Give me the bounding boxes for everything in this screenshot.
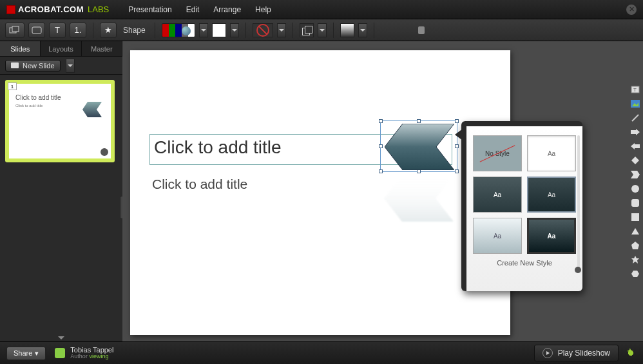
arrange-button[interactable]: [300, 23, 314, 37]
no-stroke-button[interactable]: [253, 23, 273, 37]
effects-icon[interactable]: [625, 347, 637, 359]
menu-edit[interactable]: Edit: [186, 5, 200, 14]
svg-text:T: T: [633, 87, 637, 93]
resize-handle[interactable]: [455, 119, 459, 123]
svg-rect-2: [32, 27, 41, 34]
left-panel: Slides Layouts Master New Slide 1 Click …: [0, 41, 122, 341]
style-option-none[interactable]: No Style: [473, 135, 522, 171]
chevron-icon[interactable]: [629, 169, 641, 180]
star-tool[interactable]: ★: [100, 23, 117, 38]
shape-label: Shape: [123, 26, 146, 35]
textbox-icon[interactable]: T: [629, 84, 641, 95]
gradient-swatch[interactable]: [340, 23, 354, 37]
popup-scroll-down-icon[interactable]: [575, 267, 581, 273]
thumb-preview: Click to add title Click to add title: [9, 84, 111, 158]
svg-marker-11: [631, 129, 640, 135]
triangle-icon[interactable]: [629, 225, 641, 237]
share-button[interactable]: Share ▾: [6, 347, 46, 360]
style-option-dark-border[interactable]: Aa: [527, 177, 576, 213]
menu-arrange[interactable]: Arrange: [213, 5, 241, 14]
resize-handle[interactable]: [379, 119, 383, 123]
play-icon: [542, 348, 553, 358]
thumb-options-icon[interactable]: [101, 148, 108, 156]
new-slide-dropdown[interactable]: [66, 59, 75, 73]
resize-handle[interactable]: [379, 144, 383, 148]
svg-marker-18: [631, 228, 639, 235]
arrange-dropdown[interactable]: [318, 23, 327, 37]
tab-slides[interactable]: Slides: [0, 41, 41, 56]
user-text: Tobias Tappel Author viewing: [70, 346, 113, 360]
resize-handle[interactable]: [379, 169, 383, 173]
popup-scrollbar[interactable]: [577, 135, 580, 271]
svg-line-10: [632, 115, 638, 121]
swatch-dropdown[interactable]: [230, 23, 239, 37]
svg-point-15: [631, 185, 639, 193]
image-icon[interactable]: [629, 98, 641, 110]
chevron-shape[interactable]: [385, 124, 454, 170]
menu-items: Presentation Edit Arrange Help: [128, 5, 271, 14]
selection-box[interactable]: [380, 120, 457, 172]
text-tool[interactable]: T: [49, 23, 66, 38]
svg-marker-13: [631, 157, 639, 164]
pentagon-icon[interactable]: [629, 240, 641, 251]
resize-handle[interactable]: [417, 119, 421, 123]
slide-canvas[interactable]: Click to add title Click to add title: [130, 50, 510, 335]
opacity-slider[interactable]: [386, 29, 425, 32]
duplicate-icon: [9, 26, 21, 35]
list-tool[interactable]: 1.: [70, 23, 86, 38]
right-tool-strip: T: [628, 84, 643, 280]
close-button[interactable]: ✕: [626, 5, 637, 15]
svg-marker-3: [82, 102, 102, 117]
fill-dropdown[interactable]: [199, 23, 208, 37]
slide-thumbnail[interactable]: 1 Click to add title Click to add title: [5, 80, 115, 162]
scroll-down-icon[interactable]: [58, 336, 64, 340]
white-swatch[interactable]: [212, 23, 226, 37]
hexagon-icon[interactable]: [629, 268, 641, 280]
subtitle-placeholder[interactable]: Click to add title: [152, 177, 247, 192]
slide-tool[interactable]: [28, 23, 45, 38]
tab-master[interactable]: Master: [82, 41, 122, 56]
star-icon[interactable]: [629, 254, 641, 265]
svg-marker-21: [631, 271, 639, 277]
resize-handle[interactable]: [455, 144, 459, 148]
user-status: Author viewing: [70, 354, 113, 360]
new-slide-row: New Slide: [0, 57, 122, 75]
arrow-left-icon[interactable]: [629, 140, 641, 152]
create-new-style-button[interactable]: Create New Style: [473, 259, 576, 267]
tab-layouts[interactable]: Layouts: [41, 41, 81, 56]
svg-marker-12: [631, 143, 640, 149]
duplicate-tool[interactable]: [5, 23, 24, 38]
menu-presentation[interactable]: Presentation: [128, 5, 171, 14]
stroke-dropdown[interactable]: [277, 23, 286, 37]
circle-icon[interactable]: [629, 183, 641, 195]
style-grid: No Style Aa Aa Aa Aa Aa: [473, 135, 576, 254]
line-icon[interactable]: [629, 112, 641, 124]
style-option-dark[interactable]: Aa: [473, 177, 522, 213]
svg-marker-14: [631, 171, 640, 178]
svg-marker-20: [631, 256, 639, 263]
arrow-right-icon[interactable]: [629, 126, 641, 138]
app-logo: ACROBAT.COM LABS: [6, 5, 109, 14]
gradient-dropdown[interactable]: [358, 23, 367, 37]
new-slide-button[interactable]: New Slide: [5, 60, 61, 72]
style-option-white[interactable]: Aa: [527, 135, 576, 171]
diamond-icon[interactable]: [629, 155, 641, 166]
thumb-number: 1: [8, 82, 17, 90]
menu-help[interactable]: Help: [255, 5, 271, 14]
fill-color-picker[interactable]: [162, 23, 195, 37]
chevron-reflection: [384, 175, 454, 222]
user-block: Tobias Tappel Author viewing: [55, 346, 113, 360]
square-icon[interactable]: [629, 211, 641, 223]
new-slide-label: New Slide: [23, 62, 55, 70]
style-popup: No Style Aa Aa Aa Aa Aa Create New Style: [461, 121, 582, 291]
svg-rect-16: [631, 199, 639, 207]
toolbar-separator: [333, 23, 334, 38]
resize-handle[interactable]: [455, 169, 459, 173]
user-avatar-icon: [55, 348, 65, 358]
rounded-square-icon[interactable]: [629, 197, 641, 209]
svg-marker-5: [384, 175, 454, 222]
chevron-down-icon: ▾: [35, 349, 39, 358]
play-slideshow-button[interactable]: Play Slideshow: [534, 345, 619, 361]
style-option-bold[interactable]: Aa: [527, 218, 576, 254]
style-option-light[interactable]: Aa: [473, 218, 522, 254]
